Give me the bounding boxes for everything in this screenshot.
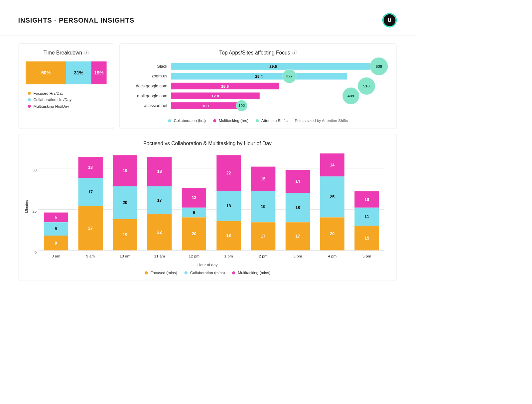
time-breakdown-segment: 50% [26, 61, 66, 84]
hourly-legend: Focused (mins) Collaboration (mins) Mult… [26, 270, 389, 275]
app-bar: 15.6 [171, 83, 279, 89]
top-apps-card: Top Apps/Sites affecting Focus i Slackzo… [119, 43, 397, 129]
hour-segment: 19 [113, 219, 137, 251]
top-apps-chart: Slackzoom.usdocs.google.commail.google.c… [127, 61, 389, 116]
x-tick: 8 am [44, 254, 68, 258]
legend-focused: Focused Hrs/Day [28, 91, 106, 95]
hour-column: 192019 [113, 155, 137, 251]
hour-segment: 15 [251, 167, 275, 191]
dot-icon [168, 119, 171, 122]
app-label: atlassian.net [127, 101, 171, 111]
hour-segment: 22 [147, 214, 172, 251]
info-icon[interactable]: i [292, 50, 297, 55]
attention-shift-bubble: 489 [342, 87, 359, 105]
legend-focused: Focused (mins) [145, 270, 177, 275]
hour-segment: 15 [354, 226, 379, 250]
app-label: zoom.us [127, 71, 171, 81]
hour-segment: 22 [216, 155, 241, 191]
x-tick: 12 pm [182, 254, 206, 258]
attention-shift-bubble: 327 [282, 69, 296, 83]
legend-multitasking: Multitasking (mins) [232, 270, 270, 275]
app-bar: 10.1 [171, 102, 241, 109]
time-breakdown-segment: 19% [91, 61, 106, 84]
y-tick: 25 [33, 209, 37, 213]
x-tick: 2 pm [251, 254, 275, 258]
hour-segment: 18 [286, 193, 310, 223]
hour-segment: 17 [286, 223, 310, 251]
hour-segment: 25 [320, 176, 344, 217]
y-tick: 50 [33, 168, 37, 172]
hourly-title: Focused vs Collaboration & Multitasking … [26, 141, 389, 147]
dot-icon [256, 119, 259, 122]
hour-segment: 6 [44, 213, 68, 223]
hour-segment: 19 [113, 155, 137, 186]
attention-shift-bubble: 513 [357, 77, 375, 95]
hour-segment: 17 [251, 223, 275, 251]
dot-icon [185, 271, 188, 274]
page-header: INSIGHTS - PERSONAL INSIGHTS U [0, 0, 415, 36]
hour-segment: 20 [320, 218, 344, 251]
time-breakdown-segment: 31% [66, 61, 91, 84]
legend-collaboration: Collaboration (hrs) [168, 118, 206, 123]
x-tick: 5 pm [354, 254, 379, 258]
time-breakdown-title-text: Time Breakdown [44, 50, 82, 56]
hour-column: 171915 [251, 167, 275, 251]
hour-segment: 6 [182, 208, 206, 218]
app-bar: 12.8 [171, 92, 260, 99]
dot-icon [28, 98, 31, 101]
hour-segment: 27 [78, 206, 102, 250]
hour-segment: 8 [44, 223, 68, 236]
hour-column: 986 [44, 213, 68, 251]
legend-note: Points sized by Attention Shifts [295, 118, 348, 123]
x-tick: 11 am [147, 254, 172, 258]
legend-attention-shifts: Attention Shifts [256, 118, 288, 123]
hour-segment: 18 [147, 157, 172, 186]
hourly-card: Focused vs Collaboration & Multitasking … [18, 134, 397, 281]
x-tick: 3 pm [286, 254, 310, 258]
legend-multitasking: Multitasking (hrs) [213, 118, 248, 123]
hour-segment: 12 [182, 188, 206, 208]
info-icon[interactable]: i [84, 50, 89, 55]
x-tick: 1 pm [216, 254, 241, 258]
hour-column: 221718 [147, 157, 172, 251]
attention-shift-bubble: 192 [236, 100, 247, 112]
x-axis-label: Hour of day [26, 262, 389, 267]
x-tick: 9 am [78, 254, 102, 258]
hour-segment: 14 [320, 153, 344, 176]
hour-segment: 17 [78, 178, 102, 206]
time-breakdown-title: Time Breakdown i [26, 50, 106, 56]
hour-segment: 10 [354, 191, 379, 208]
app-bar-row: 25.4 [171, 71, 379, 81]
hour-segment: 13 [78, 157, 102, 178]
app-bar: 29.5 [171, 63, 375, 70]
app-label: mail.google.com [127, 91, 171, 101]
legend-collaboration: Collaboration Hrs/Day [28, 97, 106, 102]
hour-column: 20612 [182, 188, 206, 251]
hour-column: 271713 [78, 157, 102, 251]
dot-icon [213, 119, 216, 122]
hour-segment: 19 [251, 191, 275, 223]
hour-segment: 9 [44, 236, 68, 250]
avatar-button[interactable]: U [382, 13, 397, 28]
attention-shift-bubble: 538 [370, 57, 388, 75]
hour-segment: 20 [113, 186, 137, 219]
dot-icon [232, 271, 235, 274]
app-bar: 25.4 [171, 73, 347, 79]
app-bar-row: 29.5 [171, 61, 379, 71]
time-breakdown-legend: Focused Hrs/Day Collaboration Hrs/Day Mu… [28, 91, 106, 108]
time-breakdown-card: Time Breakdown i 50%31%19% Focused Hrs/D… [18, 43, 114, 129]
x-tick: 4 pm [320, 254, 344, 258]
hour-segment: 14 [286, 170, 310, 193]
hour-segment: 17 [147, 186, 172, 214]
app-label: docs.google.com [127, 81, 171, 91]
top-apps-legend: Collaboration (hrs) Multitasking (hrs) A… [127, 118, 389, 123]
hourly-chart: Minutes 02550 98627171319201922171820612… [39, 152, 384, 261]
top-apps-title-text: Top Apps/Sites affecting Focus [219, 50, 290, 56]
top-apps-title: Top Apps/Sites affecting Focus i [127, 50, 389, 56]
dot-icon [28, 92, 31, 95]
hour-segment: 18 [216, 221, 241, 251]
hour-column: 202514 [320, 153, 344, 250]
hour-column: 171814 [286, 170, 310, 250]
dot-icon [28, 105, 31, 108]
page-title: INSIGHTS - PERSONAL INSIGHTS [18, 16, 134, 24]
